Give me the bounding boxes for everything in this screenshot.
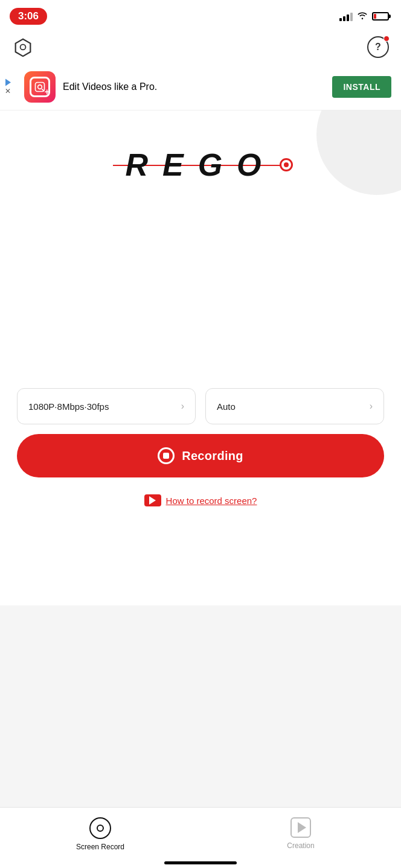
help-label: ? xyxy=(375,42,381,53)
home-indicator xyxy=(164,861,237,864)
quality-selector[interactable]: 1080P·8Mbps·30fps › xyxy=(17,388,196,424)
help-badge xyxy=(383,36,390,42)
record-stop-square xyxy=(163,453,169,459)
signal-icon xyxy=(339,11,353,21)
mode-chevron: › xyxy=(370,401,373,412)
ad-close-area: ✕ xyxy=(0,77,16,98)
how-to-link[interactable]: How to record screen? xyxy=(0,490,401,519)
tab-creation-label: Creation xyxy=(287,841,314,850)
app-logo: REGO xyxy=(125,147,275,183)
ad-close-button[interactable]: ✕ xyxy=(5,87,11,95)
status-bar: 3:06 xyxy=(0,0,401,30)
quality-chevron: › xyxy=(181,401,184,412)
main-content: REGO 1080P·8Mbps·30fps › Auto › xyxy=(0,110,401,533)
tab-bar: Screen Record Creation xyxy=(0,807,401,868)
logo-dot xyxy=(280,158,293,171)
screen-record-icon xyxy=(89,817,111,839)
quality-value: 1080P·8Mbps·30fps xyxy=(28,401,109,412)
tab-creation[interactable]: Creation xyxy=(200,815,401,852)
logo-text: REGO xyxy=(125,147,275,182)
settings-icon[interactable] xyxy=(12,36,34,58)
tab-screen-record[interactable]: Screen Record xyxy=(0,815,200,854)
creation-icon xyxy=(290,817,311,838)
battery-icon xyxy=(372,12,389,21)
mode-selector[interactable]: Auto › xyxy=(205,388,384,424)
record-stop-icon xyxy=(158,447,175,464)
logo-area: REGO xyxy=(0,110,401,207)
record-label: Recording xyxy=(182,449,243,463)
top-nav: ? xyxy=(0,30,401,64)
svg-point-0 xyxy=(21,45,26,50)
page-content: ✕ Edit Videos like a Pro. INSTALL REGO xyxy=(0,64,401,605)
youtube-icon xyxy=(144,494,161,506)
ad-banner: ✕ Edit Videos like a Pro. INSTALL xyxy=(0,64,401,110)
status-icons xyxy=(339,10,389,22)
yt-play-icon xyxy=(149,496,156,505)
creation-play-icon xyxy=(298,822,306,833)
mode-value: Auto xyxy=(217,401,236,412)
svg-line-3 xyxy=(42,89,43,91)
status-time: 3:06 xyxy=(10,8,47,25)
record-button[interactable]: Recording xyxy=(17,434,384,477)
ad-tagline: Edit Videos like a Pro. xyxy=(63,81,325,92)
ad-install-button[interactable]: INSTALL xyxy=(332,76,391,98)
tab-screen-record-label: Screen Record xyxy=(76,843,124,851)
svg-point-2 xyxy=(38,85,42,89)
how-to-text[interactable]: How to record screen? xyxy=(166,496,257,506)
ad-play-icon xyxy=(5,79,11,86)
screen-record-inner-icon xyxy=(97,825,104,832)
content-spacer xyxy=(0,207,401,388)
controls-row: 1080P·8Mbps·30fps › Auto › xyxy=(0,388,401,424)
help-icon[interactable]: ? xyxy=(367,36,389,58)
ad-app-icon xyxy=(24,71,56,103)
wifi-icon xyxy=(356,10,368,22)
